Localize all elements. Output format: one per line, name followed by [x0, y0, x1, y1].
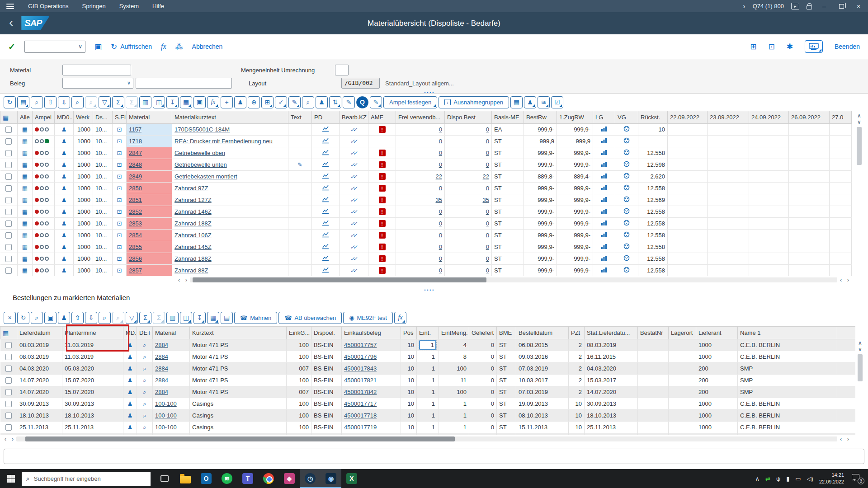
pd-chart-icon[interactable] [322, 196, 329, 202]
lock-swap-icon[interactable]: ⇅ [329, 96, 341, 108]
einkaufsbeleg-link[interactable]: 4500017796 [344, 353, 377, 360]
material-input[interactable] [62, 65, 131, 75]
new-session-icon[interactable]: ⊞ [750, 42, 756, 52]
orders-vertical-scrollbar[interactable]: ∧∨ [857, 340, 863, 430]
orders-col-5[interactable]: Material [153, 327, 190, 339]
vg-palette-icon[interactable] [623, 220, 630, 226]
md04-icon[interactable]: ♟ [61, 255, 67, 262]
order-row[interactable]: 06.12.2013 06.12.2013 ♟ ⌕ 100-100 Casing… [0, 433, 856, 436]
memo-icon[interactable]: ✎ [370, 96, 382, 108]
restore-button[interactable] [836, 3, 846, 10]
frei-verwendbar-link[interactable]: 0 [439, 220, 442, 227]
menu-hilfe[interactable]: Hilfe [146, 0, 171, 12]
print-preview-icon[interactable]: ◫ [180, 312, 192, 324]
lg-barchart-icon[interactable] [601, 150, 607, 155]
lg-barchart-icon[interactable] [601, 138, 607, 144]
single-item-icon[interactable]: ⊡ [117, 150, 122, 156]
ame-alert-icon[interactable]: ! [379, 197, 386, 203]
orders-col-7[interactable]: EinkG... [287, 327, 311, 339]
alle-grid-icon[interactable]: ▦ [22, 150, 28, 156]
material-row[interactable]: ▦ ♟ 1000 10... ⊡ 2851 Zahnrad 127Z ✎ ✓✓ … [0, 194, 852, 206]
bearb-kz-icon[interactable]: ✓✓ [350, 221, 357, 227]
gui-monitor-icon[interactable] [805, 40, 823, 53]
task-view-button[interactable] [154, 469, 175, 488]
print-icon[interactable]: ▥ [166, 312, 179, 324]
main-col-25[interactable]: 27.0 [830, 111, 852, 124]
fx-icon[interactable]: fx [207, 96, 219, 108]
alle-grid-icon[interactable]: ▦ [22, 126, 28, 133]
orders-col-2[interactable]: Plantermine [62, 327, 123, 339]
shortcut-icon[interactable]: ⊡ [768, 42, 774, 52]
sum-icon[interactable]: Σ [139, 312, 151, 324]
person-switch-icon[interactable]: ♟ [58, 312, 70, 324]
tray-expand-icon[interactable]: ∧ [755, 475, 760, 482]
dispo-bestand-link[interactable]: 0 [486, 150, 489, 156]
sum-icon[interactable]: Σ [112, 96, 124, 108]
frei-verwendbar-link[interactable]: 0 [439, 161, 442, 168]
material-link[interactable]: 2854 [129, 232, 142, 239]
edit-ratio-icon[interactable]: ✎ [288, 96, 301, 108]
main-col-3[interactable]: MD0... [55, 111, 74, 124]
ame-alert-icon[interactable]: ! [379, 150, 386, 156]
row-checkbox[interactable] [5, 209, 12, 215]
frei-verwendbar-link[interactable]: 0 [439, 126, 442, 133]
orders-col-15[interactable]: Bestelldatum [516, 327, 569, 339]
main-col-2[interactable]: Ampel [33, 111, 55, 124]
material-row[interactable]: ▦ ♟ 1000 10... ⊡ 2856 Zahnrad 188Z ✎ ✓✓ … [0, 253, 852, 265]
subtotal-icon[interactable]: Σ [126, 96, 138, 108]
main-col-10[interactable]: PD [312, 111, 340, 124]
note-edit-icon[interactable]: ✎ [343, 96, 355, 108]
main-col-17[interactable]: 1.ZugRW [557, 111, 593, 124]
lg-barchart-icon[interactable] [601, 173, 607, 179]
ame-alert-icon[interactable]: ! [379, 244, 386, 250]
unlock-icon[interactable] [807, 5, 812, 9]
order-row[interactable]: 25.11.2013 25.11.2013 ♟ ⌕ 100-100 Casing… [0, 422, 856, 433]
frei-verwendbar-link[interactable]: 0 [439, 138, 442, 145]
fx-icon[interactable]: fx [161, 42, 166, 51]
vg-palette-icon[interactable] [623, 184, 630, 191]
kurztext-link[interactable]: Zahnrad 145Z [175, 244, 212, 250]
bearb-kz-icon[interactable]: ✓✓ [350, 138, 357, 145]
material-row[interactable]: ▦ ♟ 1000 10... ⊡ 1718 REA: Drucker mit F… [0, 136, 852, 147]
alle-grid-icon[interactable]: ▦ [22, 197, 28, 203]
single-item-icon[interactable]: ⊡ [117, 161, 122, 168]
kurztext-link[interactable]: Zahnrad 188Z [175, 220, 212, 227]
bearb-kz-icon[interactable]: ✓✓ [350, 209, 357, 215]
alle-grid-icon[interactable]: ▦ [22, 185, 28, 192]
main-col-11[interactable]: Bearb.KZ [340, 111, 368, 124]
lg-barchart-icon[interactable] [601, 220, 607, 226]
row-checkbox[interactable] [5, 127, 12, 133]
md04-icon[interactable]: ♟ [61, 267, 67, 274]
orders-col-3[interactable]: MD.. [123, 327, 137, 339]
md-icon[interactable]: ♟ [127, 365, 133, 372]
material-link[interactable]: 2884 [155, 377, 168, 384]
kurztext-link[interactable]: 170DS55001C-184M [175, 126, 230, 133]
vg-palette-icon[interactable] [623, 243, 630, 249]
frei-verwendbar-link[interactable]: 0 [439, 185, 442, 192]
vg-palette-icon[interactable] [623, 149, 630, 155]
material-row[interactable]: ▦ ♟ 1000 10... ⊡ 2857 Zahnrad 88Z ✎ ✓✓ !… [0, 265, 852, 277]
timer-app[interactable]: ◷ [300, 469, 321, 488]
frei-verwendbar-link[interactable]: 22 [436, 173, 442, 180]
lg-barchart-icon[interactable] [601, 244, 607, 249]
single-item-icon[interactable]: ⊡ [117, 220, 122, 227]
material-link[interactable]: 2857 [129, 267, 142, 274]
alle-grid-icon[interactable]: ▦ [22, 244, 28, 250]
main-col-6[interactable]: S.Ei... [113, 111, 127, 124]
find-icon[interactable]: ⌕ [71, 96, 84, 108]
alle-grid-icon[interactable]: ▦ [22, 161, 28, 168]
menu-springen[interactable]: Springen [75, 0, 113, 12]
command-field[interactable]: ∨ [24, 41, 85, 53]
md04-icon[interactable]: ♟ [61, 126, 67, 133]
material-link[interactable]: 2884 [155, 342, 168, 348]
einkaufsbeleg-link[interactable]: 4500017842 [344, 389, 377, 395]
explorer-app[interactable] [175, 469, 196, 488]
kurztext-link[interactable]: Zahnrad 146Z [175, 208, 212, 215]
vg-palette-icon[interactable] [623, 161, 630, 167]
row-checkbox[interactable] [5, 221, 12, 227]
calendar-check-icon[interactable]: ☑ [551, 96, 563, 108]
mahnen-button[interactable]: ☎Mahnen [234, 312, 277, 324]
bearb-kz-icon[interactable]: ✓✓ [350, 127, 357, 133]
sap-logon-app[interactable]: ◆ [279, 469, 300, 488]
alle-grid-icon[interactable]: ▦ [22, 255, 28, 262]
